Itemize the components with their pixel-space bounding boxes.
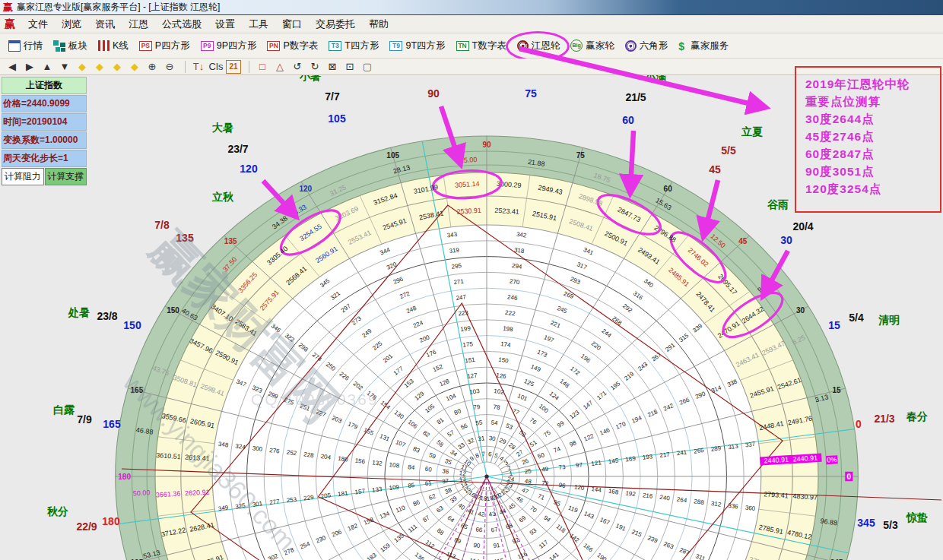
- nav-button-next-icon[interactable]: ▶: [22, 60, 37, 74]
- toolbar-item-t-number-table[interactable]: TNT数字表: [451, 36, 512, 55]
- toolbar-item-kline[interactable]: K线: [93, 36, 134, 55]
- svg-text:216: 216: [642, 492, 653, 500]
- svg-text:24: 24: [507, 476, 516, 483]
- menu-item-3[interactable]: 江恩: [122, 16, 155, 32]
- svg-text:37: 37: [442, 477, 450, 485]
- svg-text:169: 169: [625, 455, 637, 464]
- nav-button-cls[interactable]: Cls: [208, 60, 224, 74]
- svg-text:127: 127: [467, 372, 478, 380]
- toolbar-item-winner-wheel[interactable]: Big赢家轮: [565, 36, 620, 55]
- svg-text:5/4: 5/4: [849, 312, 864, 324]
- svg-text:318: 318: [513, 246, 525, 255]
- toolbar-item-p-number-table[interactable]: PNP数字表: [262, 36, 323, 55]
- calc-support-button[interactable]: 计算支撑: [45, 168, 87, 185]
- nav-button-rotate-cw-icon[interactable]: ↻: [307, 60, 322, 74]
- svg-text:120: 120: [573, 483, 585, 492]
- nav-button-shift-right-icon[interactable]: ◆: [92, 60, 107, 74]
- svg-text:90: 90: [473, 542, 481, 549]
- menu-item-6[interactable]: 工具: [242, 16, 275, 32]
- svg-text:180: 180: [338, 455, 349, 464]
- toolbar-item-gann-wheel[interactable]: 江恩轮: [512, 36, 566, 55]
- toolbar-label-winner-wheel: 赢家轮: [586, 40, 614, 52]
- nav-button-screen-tool-icon[interactable]: ▢: [360, 60, 375, 74]
- svg-text:立秋: 立秋: [211, 191, 234, 203]
- toolbar-item-9p-square[interactable]: P99P四方形: [195, 36, 262, 55]
- svg-text:181: 181: [338, 489, 349, 498]
- svg-text:349: 349: [217, 504, 229, 512]
- nav-button-calendar[interactable]: 21: [226, 60, 241, 74]
- nav-button-shift-left-icon[interactable]: ◆: [75, 60, 90, 74]
- menu-item-8[interactable]: 交易委托: [309, 16, 362, 32]
- svg-text:132: 132: [372, 459, 383, 467]
- nav-button-zoom-in-icon[interactable]: ⊕: [144, 60, 160, 74]
- nav-button-triangle-tool-icon[interactable]: △: [272, 60, 287, 74]
- svg-text:春分: 春分: [906, 410, 928, 422]
- badge-icon: TN: [456, 41, 469, 51]
- badge-icon: PN: [267, 41, 280, 51]
- nav-button-delete-tool-icon[interactable]: ⊠: [325, 60, 340, 74]
- svg-text:85: 85: [408, 482, 416, 489]
- svg-text:秋分: 秋分: [46, 505, 68, 517]
- svg-text:78: 78: [493, 403, 501, 411]
- info-panel: 上证指数 价格=2440.9099时间=20190104变换系数=1.00000…: [2, 77, 87, 185]
- nav-button-fit-tool-icon[interactable]: ⊡: [342, 60, 357, 74]
- svg-text:90: 90: [482, 141, 491, 149]
- svg-text:156: 156: [354, 457, 366, 466]
- target-icon: [517, 40, 529, 52]
- menu-item-0[interactable]: 文件: [21, 16, 55, 32]
- nav-button-up-icon[interactable]: ▲: [40, 60, 55, 74]
- app-logo-icon: 赢: [3, 1, 13, 14]
- nav-button-square-tool-icon[interactable]: □: [255, 60, 270, 74]
- svg-text:60: 60: [664, 185, 673, 193]
- menu-item-7[interactable]: 窗口: [275, 16, 309, 32]
- nav-button-down-icon[interactable]: ▼: [57, 60, 72, 74]
- nav-button-prev-icon[interactable]: ◀: [5, 60, 20, 74]
- svg-text:180: 180: [118, 473, 131, 481]
- svg-text:105: 105: [386, 151, 399, 160]
- toolbar-item-hexagon[interactable]: 六角形: [620, 36, 674, 55]
- svg-text:7/7: 7/7: [325, 90, 340, 103]
- toolbar-item-quotes[interactable]: 行情: [3, 36, 48, 55]
- menu-item-4[interactable]: 公式选股: [155, 16, 208, 32]
- svg-text:15: 15: [833, 386, 842, 394]
- menu-bar: 赢 文件浏览资讯江恩公式选股设置工具窗口交易委托帮助: [0, 15, 943, 33]
- badge-icon: T9: [389, 41, 402, 51]
- svg-text:295: 295: [451, 262, 462, 271]
- svg-text:240: 240: [659, 494, 671, 502]
- svg-text:21/3: 21/3: [874, 413, 894, 425]
- nav-button-price-time[interactable]: T↓: [191, 60, 206, 74]
- svg-text:193: 193: [642, 453, 653, 461]
- nav-button-shift-down-icon[interactable]: ◆: [127, 60, 142, 74]
- nav-button-rotate-ccw-icon[interactable]: ↺: [290, 60, 305, 74]
- info-row-3: 周天变化步长=1: [2, 150, 87, 167]
- menu-item-2[interactable]: 资讯: [88, 16, 122, 32]
- toolbar-item-p-square[interactable]: PSP四方形: [134, 36, 195, 55]
- svg-text:7/9: 7/9: [77, 413, 92, 426]
- svg-text:150: 150: [123, 319, 141, 331]
- svg-text:265: 265: [694, 447, 705, 455]
- toolbar-item-t-square[interactable]: T3T四方形: [323, 36, 384, 55]
- svg-text:小暑: 小暑: [299, 75, 321, 82]
- badge-icon: T3: [329, 41, 341, 51]
- svg-text:312: 312: [710, 500, 722, 508]
- menu-item-9[interactable]: 帮助: [362, 16, 395, 32]
- svg-text:2530.91: 2530.91: [456, 207, 481, 216]
- svg-text:25.00: 25.00: [460, 156, 478, 164]
- toolbar-item-sectors[interactable]: 板块: [48, 36, 93, 55]
- toolbar-item-winner-service[interactable]: $赢家服务: [673, 36, 734, 55]
- svg-text:120: 120: [299, 185, 312, 193]
- menu-item-1[interactable]: 浏览: [55, 16, 88, 32]
- toolbar-item-9t-square[interactable]: T99T四方形: [384, 36, 450, 55]
- menu-item-5[interactable]: 设置: [208, 16, 242, 32]
- svg-text:289: 289: [710, 445, 722, 453]
- nav-button-zoom-out-icon[interactable]: ⊖: [162, 60, 177, 74]
- svg-text:惊蛰: 惊蛰: [906, 511, 928, 524]
- calc-resistance-button[interactable]: 计算阻力: [2, 168, 44, 185]
- svg-text:55: 55: [475, 419, 484, 426]
- svg-text:43: 43: [488, 511, 497, 518]
- svg-text:151: 151: [465, 356, 476, 365]
- nav-button-shift-up-icon[interactable]: ◆: [110, 60, 125, 74]
- svg-text:处暑: 处暑: [68, 306, 90, 318]
- svg-text:109: 109: [389, 483, 400, 492]
- svg-text:288: 288: [694, 498, 705, 506]
